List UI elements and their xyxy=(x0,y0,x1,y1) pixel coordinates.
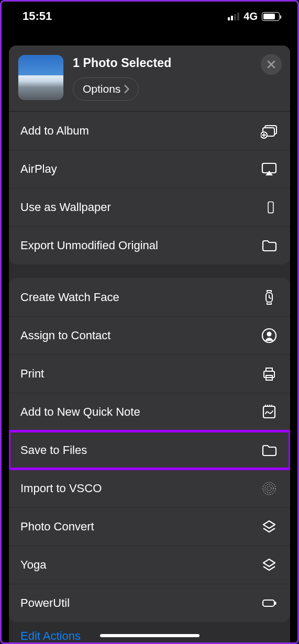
action-label: Assign to Contact xyxy=(20,329,110,342)
action-row-print[interactable]: Print xyxy=(9,354,290,393)
battery-icon xyxy=(262,12,280,21)
action-label: AirPlay xyxy=(20,162,57,176)
selection-title: 1 Photo Selected xyxy=(73,56,281,70)
action-label: PowerUtil xyxy=(20,596,70,610)
action-row-airplay[interactable]: AirPlay xyxy=(9,150,290,188)
action-label: Use as Wallpaper xyxy=(20,201,111,214)
action-label: Create Watch Face xyxy=(20,291,119,304)
home-indicator[interactable] xyxy=(100,634,200,637)
action-label: Save to Files xyxy=(20,443,87,457)
options-label: Options xyxy=(83,83,120,95)
photo-thumbnail[interactable] xyxy=(18,55,63,100)
action-label: Print xyxy=(20,367,44,381)
network-label: 4G xyxy=(243,10,258,23)
action-label: Import to VSCO xyxy=(20,482,102,495)
signal-icon xyxy=(228,12,239,20)
folder-icon xyxy=(257,237,278,254)
contact-icon xyxy=(257,327,278,344)
action-row-powerutil[interactable]: PowerUtil xyxy=(9,584,290,622)
share-sheet-header: 1 Photo Selected Options xyxy=(9,46,290,112)
close-icon xyxy=(267,60,276,69)
watch-icon xyxy=(257,289,278,306)
layers-icon xyxy=(257,557,278,573)
airplay-icon xyxy=(257,161,278,177)
action-group: Create Watch FaceAssign to ContactPrintA… xyxy=(9,278,290,622)
phone-icon xyxy=(257,201,278,214)
action-row-yoga[interactable]: Yoga xyxy=(9,546,290,584)
action-row-create-watch-face[interactable]: Create Watch Face xyxy=(9,278,290,316)
note-icon xyxy=(257,404,278,420)
action-label: Yoga xyxy=(20,558,46,572)
action-row-save-to-files[interactable]: Save to Files xyxy=(9,431,290,469)
action-row-import-to-vsco[interactable]: Import to VSCO xyxy=(9,469,290,507)
layers-icon xyxy=(257,518,278,535)
chevron-right-icon xyxy=(124,84,130,94)
action-row-export-unmodified-original[interactable]: Export Unmodified Original xyxy=(9,226,290,264)
folder-icon xyxy=(257,442,278,459)
action-label: Photo Convert xyxy=(20,520,94,534)
action-label: Add to Album xyxy=(20,124,89,138)
share-sheet: 1 Photo Selected Options Add to AlbumAir… xyxy=(9,46,290,642)
action-row-add-to-album[interactable]: Add to Album xyxy=(9,112,290,150)
options-button[interactable]: Options xyxy=(73,77,139,101)
status-time: 15:51 xyxy=(23,9,52,23)
printer-icon xyxy=(257,365,278,382)
action-group: Add to AlbumAirPlayUse as WallpaperExpor… xyxy=(9,112,290,264)
action-label: Export Unmodified Original xyxy=(20,239,158,252)
close-button[interactable] xyxy=(261,54,282,75)
action-list[interactable]: Add to AlbumAirPlayUse as WallpaperExpor… xyxy=(9,112,290,642)
action-row-add-to-new-quick-note[interactable]: Add to New Quick Note xyxy=(9,393,290,431)
edit-actions-link[interactable]: Edit Actions xyxy=(9,622,290,642)
vsco-icon xyxy=(257,480,278,497)
action-label: Add to New Quick Note xyxy=(20,405,140,419)
action-row-use-as-wallpaper[interactable]: Use as Wallpaper xyxy=(9,188,290,226)
status-bar: 15:51 4G xyxy=(2,2,297,31)
action-row-photo-convert[interactable]: Photo Convert xyxy=(9,507,290,546)
album-add-icon xyxy=(257,123,278,139)
battery-icon xyxy=(257,595,278,612)
action-row-assign-to-contact[interactable]: Assign to Contact xyxy=(9,316,290,354)
status-right: 4G xyxy=(228,10,280,23)
